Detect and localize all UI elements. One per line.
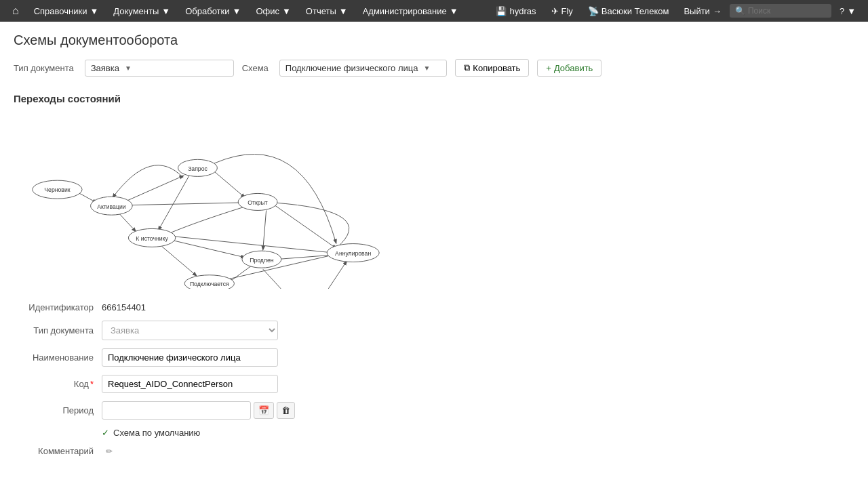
section-title: Переходы состояний (14, 93, 854, 104)
nav-administrirovanie[interactable]: Администрирование ▼ (356, 0, 465, 22)
calendar-button[interactable]: 📅 (254, 402, 274, 419)
search-box[interactable]: 🔍 (730, 4, 831, 18)
clear-date-button[interactable]: 🗑 (277, 402, 295, 419)
default-schema-row: ✓ Схема по умолчанию (102, 428, 854, 438)
id-value: 666154401 (102, 302, 146, 312)
edit-icon[interactable]: ✏ (106, 447, 113, 456)
nav-spravochniki[interactable]: Справочники ▼ (27, 0, 106, 22)
form-doc-type-select[interactable]: Заявка (102, 321, 278, 340)
topnav: ⌂ Справочники ▼ Документы ▼ Обработки ▼ … (0, 0, 868, 22)
svg-text:Открыт: Открыт (248, 199, 268, 206)
chevron-down-icon: ▼ (847, 6, 856, 16)
chevron-down-icon: ▼ (450, 6, 458, 16)
svg-line-11 (276, 255, 335, 260)
period-group: 📅 🗑 (102, 401, 295, 420)
nav-otchety[interactable]: Отчеты ▼ (299, 0, 355, 22)
svg-line-4 (214, 171, 245, 198)
nav-fly[interactable]: ✈ Fly (545, 0, 580, 22)
nav-hydras[interactable]: 💾 hydras (489, 0, 542, 22)
svg-line-7 (162, 246, 197, 275)
svg-text:Подключается: Подключается (190, 281, 229, 287)
check-icon: ✓ (102, 428, 109, 438)
schema-select[interactable]: Подключение физического лица ▼ (279, 60, 448, 77)
svg-text:К источнику: К источнику (136, 235, 168, 242)
transitions-section: Переходы состояний (14, 93, 854, 289)
svg-line-2 (127, 203, 243, 205)
form-doc-type-row: Тип документа Заявка (14, 321, 854, 340)
trash-icon: 🗑 (281, 405, 290, 415)
schema-label: Схема (242, 63, 269, 73)
form-name-label: Наименование (14, 352, 102, 363)
svg-line-6 (263, 210, 267, 249)
chevron-down-icon: ▼ (423, 64, 430, 72)
svg-line-16 (312, 262, 347, 289)
form-period-input[interactable] (102, 401, 251, 420)
chevron-down-icon: ▼ (90, 6, 98, 16)
comment-label: Комментарий (14, 446, 102, 456)
svg-line-12 (263, 269, 299, 289)
chevron-down-icon: ▼ (161, 6, 170, 16)
svg-text:Аннулирован: Аннулирован (335, 250, 371, 257)
form-code-row: Код (14, 375, 854, 393)
svg-text:Запрос: Запрос (188, 165, 208, 172)
search-input[interactable] (748, 6, 829, 16)
nav-obrabotki[interactable]: Обработки ▼ (178, 0, 248, 22)
page-content: Схемы документооборота Тип документа Зая… (0, 22, 868, 475)
page-title: Схемы документооборота (14, 33, 854, 48)
form-code-label: Код (14, 379, 102, 389)
svg-line-1 (127, 176, 183, 201)
chevron-down-icon: ▼ (233, 6, 241, 16)
doc-type-label: Тип документа (14, 63, 74, 73)
home-button[interactable]: ⌂ (5, 0, 26, 22)
nav-vasyuki[interactable]: 📡 Васюки Телеком (581, 0, 676, 22)
svg-line-17 (159, 174, 190, 230)
nav-ofis[interactable]: Офис ▼ (249, 0, 297, 22)
svg-line-9 (175, 237, 334, 253)
graph-area: Черновик Активации Запрос Открыт К источ… (14, 113, 434, 289)
form-code-input[interactable] (102, 375, 278, 393)
search-icon: 🔍 (735, 6, 745, 16)
svg-text:Черновик: Черновик (44, 186, 70, 193)
calendar-icon: 📅 (258, 405, 269, 415)
state-graph: Черновик Активации Запрос Открыт К источ… (14, 113, 434, 289)
svg-line-3 (119, 214, 136, 231)
id-label: Идентификатор (14, 302, 102, 312)
chevron-down-icon: ▼ (339, 6, 348, 16)
chevron-down-icon: ▼ (125, 64, 132, 72)
form-period-row: Период 📅 🗑 (14, 401, 854, 420)
form-period-label: Период (14, 405, 102, 415)
topnav-right: 💾 hydras ✈ Fly 📡 Васюки Телеком Выйти → … (489, 0, 863, 22)
comment-row: Комментарий ✏ (14, 446, 854, 456)
form-section: Идентификатор 666154401 Тип документа За… (14, 302, 854, 456)
add-button[interactable]: + Добавить (537, 60, 601, 77)
nav-logout[interactable]: Выйти → (677, 0, 728, 22)
default-schema-label: Схема по умолчанию (113, 428, 200, 438)
id-row: Идентификатор 666154401 (14, 302, 854, 312)
copy-button[interactable]: ⧉ Копировать (455, 59, 529, 77)
chevron-down-icon: ▼ (282, 6, 291, 16)
svg-text:Продлен: Продлен (250, 257, 274, 264)
help-button[interactable]: ? ▼ (833, 0, 863, 22)
doc-type-select[interactable]: Заявка ▼ (85, 60, 234, 77)
svg-text:Активации: Активации (97, 203, 126, 210)
form-name-input[interactable] (102, 348, 278, 367)
add-icon: + (546, 63, 551, 73)
nav-dokumenty[interactable]: Документы ▼ (106, 0, 177, 22)
toolbar-row: Тип документа Заявка ▼ Схема Подключение… (14, 59, 854, 77)
form-name-row: Наименование (14, 348, 854, 367)
copy-icon: ⧉ (464, 62, 470, 73)
svg-line-10 (229, 266, 252, 282)
form-doc-type-label: Тип документа (14, 325, 102, 336)
